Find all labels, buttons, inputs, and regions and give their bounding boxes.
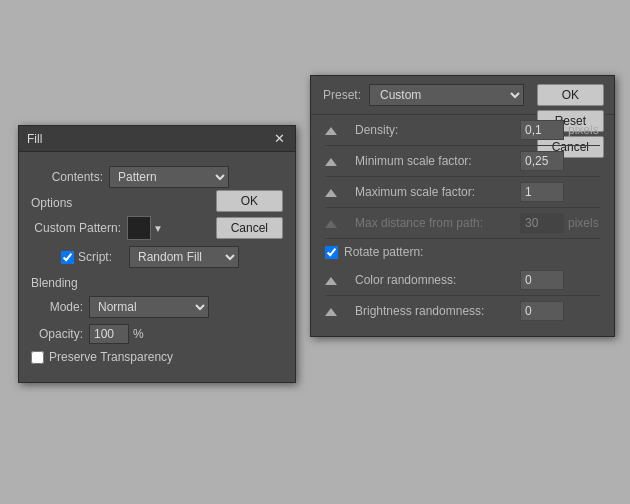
- density-unit: pixels: [568, 123, 600, 137]
- max-dist-input: 30: [520, 213, 564, 233]
- brightness-rand-slider-thumb[interactable]: [325, 306, 337, 316]
- opacity-row: Opacity: 100 %: [31, 324, 283, 344]
- preserve-label: Preserve Transparency: [49, 350, 173, 364]
- min-scale-unit: [568, 154, 600, 168]
- color-rand-unit: [568, 273, 600, 287]
- custom-pattern-label: Custom Pattern:: [31, 221, 121, 235]
- density-slider-thumb[interactable]: [325, 125, 337, 135]
- preset-select[interactable]: Custom: [369, 84, 524, 106]
- min-scale-label: Minimum scale factor:: [341, 154, 520, 168]
- max-dist-label: Max distance from path:: [341, 216, 520, 230]
- mode-row: Mode: Normal: [31, 296, 283, 318]
- opacity-label: Opacity:: [31, 327, 83, 341]
- sp-ok-button[interactable]: OK: [537, 84, 604, 106]
- script-panel-header: Preset: Custom OK Reset Cancel: [311, 76, 614, 115]
- contents-label: Contents:: [31, 170, 103, 184]
- script-label: Script:: [78, 250, 123, 264]
- fill-cancel-button[interactable]: Cancel: [216, 217, 283, 239]
- min-scale-slider-thumb[interactable]: [325, 156, 337, 166]
- max-scale-slider-thumb[interactable]: [325, 187, 337, 197]
- fill-dialog: Fill ✕ Contents: Pattern OK Cancel Optio…: [18, 125, 296, 383]
- color-rand-label: Color randomness:: [341, 273, 520, 287]
- blending-section: Blending Mode: Normal Opacity: 100 % Pre…: [31, 276, 283, 364]
- preset-label: Preset:: [323, 88, 361, 102]
- opacity-input[interactable]: 100: [89, 324, 129, 344]
- blending-label: Blending: [31, 276, 283, 290]
- rotate-label: Rotate pattern:: [344, 245, 423, 259]
- script-select[interactable]: Random Fill: [129, 246, 239, 268]
- fill-title: Fill: [27, 132, 42, 146]
- pattern-thumb[interactable]: [127, 216, 151, 240]
- density-label: Density:: [341, 123, 520, 137]
- color-rand-input[interactable]: 0: [520, 270, 564, 290]
- fill-ok-button[interactable]: OK: [216, 190, 283, 212]
- script-panel-dialog: Preset: Custom OK Reset Cancel Density: …: [310, 75, 615, 337]
- density-input[interactable]: 0,1: [520, 120, 564, 140]
- mode-label: Mode:: [31, 300, 83, 314]
- script-panel-body: Density: 0,1 pixels Minimum scale factor…: [311, 115, 614, 336]
- mode-select[interactable]: Normal: [89, 296, 209, 318]
- max-dist-slider-thumb: [325, 218, 337, 228]
- max-scale-row: Maximum scale factor: 1: [325, 177, 600, 208]
- max-scale-label: Maximum scale factor:: [341, 185, 520, 199]
- preserve-checkbox[interactable]: [31, 351, 44, 364]
- contents-row: Contents: Pattern: [31, 166, 283, 188]
- color-rand-slider-thumb[interactable]: [325, 275, 337, 285]
- max-dist-unit: pixels: [568, 216, 600, 230]
- fill-close-button[interactable]: ✕: [272, 131, 287, 146]
- max-scale-unit: [568, 185, 600, 199]
- brightness-rand-unit: [568, 304, 600, 318]
- min-scale-input[interactable]: 0,25: [520, 151, 564, 171]
- color-rand-row: Color randomness: 0: [325, 265, 600, 296]
- fill-title-bar: Fill ✕: [19, 126, 295, 152]
- max-dist-row: Max distance from path: 30 pixels: [325, 208, 600, 239]
- script-row: Script: Random Fill: [31, 246, 283, 268]
- script-checkbox[interactable]: [61, 251, 74, 264]
- brightness-rand-input[interactable]: 0: [520, 301, 564, 321]
- fill-btn-group: OK Cancel: [216, 190, 283, 239]
- contents-select[interactable]: Pattern: [109, 166, 229, 188]
- pattern-arrow-icon[interactable]: ▼: [153, 223, 163, 234]
- min-scale-row: Minimum scale factor: 0,25: [325, 146, 600, 177]
- opacity-unit: %: [133, 327, 144, 341]
- rotate-checkbox[interactable]: [325, 246, 338, 259]
- density-row: Density: 0,1 pixels: [325, 115, 600, 146]
- max-scale-input[interactable]: 1: [520, 182, 564, 202]
- preserve-row: Preserve Transparency: [31, 350, 283, 364]
- rotate-row: Rotate pattern:: [325, 239, 600, 265]
- brightness-rand-label: Brightness randomness:: [341, 304, 520, 318]
- brightness-rand-row: Brightness randomness: 0: [325, 296, 600, 326]
